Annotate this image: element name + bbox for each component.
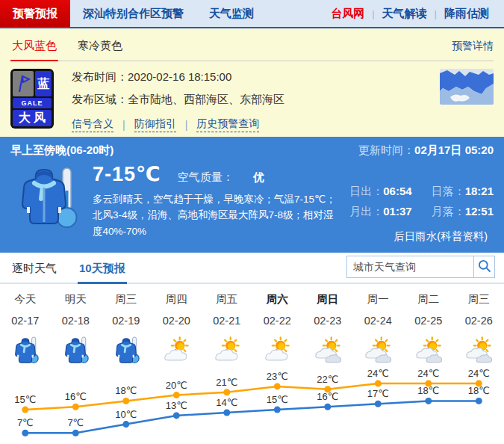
city-weather-search — [346, 256, 495, 278]
search-icon — [477, 259, 492, 276]
gale-blue-signal-icon: 蓝 GALE 大风 — [10, 69, 54, 129]
forecast-day-column[interactable]: 周三02-26 — [454, 292, 504, 366]
cloudy-icon — [353, 333, 404, 366]
svg-text:7℃: 7℃ — [17, 417, 34, 428]
svg-text:18℃: 18℃ — [115, 385, 137, 396]
temperature-trend-chart: 15℃16℃18℃20℃21℃23℃22℃24℃24℃24℃7℃7℃10℃13℃… — [0, 366, 504, 444]
forecast-day-label: 周三 — [454, 292, 504, 310]
forecast-day-column[interactable]: 周二02-25 — [403, 292, 454, 366]
forecast-day-label: 周日 — [302, 292, 353, 310]
forecast-day-column[interactable]: 周三02-19 — [101, 292, 152, 366]
svg-text:17℃: 17℃ — [367, 388, 389, 399]
nav-tab-warning-forecast[interactable]: 预警预报 — [0, 0, 70, 27]
forecast-day-label: 周五 — [202, 292, 252, 310]
svg-text:15℃: 15℃ — [267, 394, 288, 405]
forecast-day-label: 周一 — [353, 292, 404, 310]
svg-text:18℃: 18℃ — [417, 385, 439, 396]
air-quality-label: 空气质量： — [178, 170, 234, 185]
forecast-day-label: 今天 — [0, 292, 51, 310]
sun-cloud-icon — [202, 333, 252, 366]
warning-tab-gale-blue[interactable]: 大风蓝色 — [10, 39, 58, 61]
svg-text:18℃: 18℃ — [468, 385, 490, 396]
sunset: 日落：18:21 — [432, 185, 494, 199]
nav-link-weather-explain[interactable]: 天气解读 — [375, 7, 435, 21]
warning-area-map-thumbnail[interactable] — [440, 69, 494, 105]
forecast-date: 02-22 — [252, 310, 303, 333]
flag-icon — [13, 71, 34, 96]
svg-text:16℃: 16℃ — [65, 391, 87, 402]
signal-code-label: GALE — [13, 98, 52, 108]
current-summary: 7-15℃ 空气质量： 优 多云到晴天，空气趋于干燥，早晚寒冷；气温7-15℃；… — [93, 162, 336, 239]
nav-spacer — [267, 0, 323, 27]
cloudy-icon — [454, 333, 504, 366]
warning-links: 信号含义 | 防御指引 | 历史预警查询 — [72, 117, 284, 132]
svg-text:14℃: 14℃ — [216, 397, 237, 408]
link-separator: | — [122, 119, 125, 131]
forecast-date: 02-19 — [101, 310, 152, 333]
current-header: 早上至傍晚(06-20时) 更新时间：02月17日 05:20 — [10, 144, 494, 158]
forecast-day-column[interactable]: 周五02-21 — [202, 292, 252, 366]
svg-text:21℃: 21℃ — [216, 377, 237, 388]
warning-info: 发布时间：2020-02-16 18:15:00 发布区域：全市陆地、西部海区、… — [72, 69, 284, 132]
moonset: 月落：12:51 — [432, 205, 494, 219]
forecast-date: 02-17 — [0, 310, 51, 333]
forecast-date: 02-18 — [51, 310, 102, 333]
weather-widget: 预警预报 深汕特别合作区预警 天气监测 台风网 | 天气解读 | 降雨估测 大风… — [0, 0, 504, 444]
forecast-day-column[interactable]: 今天02-17 — [0, 292, 51, 366]
signal-meaning-link[interactable]: 信号含义 — [72, 117, 113, 132]
cold-icon — [101, 333, 152, 366]
warning-body: 蓝 GALE 大风 发布时间：2020-02-16 18:15:00 发布区域：… — [10, 61, 494, 132]
forecast-tabs-bar: 逐时天气 10天预报 — [0, 253, 504, 284]
forecast-day-label: 周二 — [403, 292, 454, 310]
forecast-day-column[interactable]: 周日02-23 — [302, 292, 353, 366]
forecast-day-column[interactable]: 周六02-22 — [252, 292, 303, 366]
warning-panel: 大风蓝色 寒冷黄色 预警详情 蓝 GALE 大风 发布时间：2020-02-16… — [0, 28, 504, 137]
forecast-period-label: 早上至傍晚(06-20时) — [10, 144, 113, 158]
science-article-link[interactable]: 后日雨水(科普资料) — [393, 229, 488, 244]
svg-text:7℃: 7℃ — [67, 417, 84, 428]
warning-detail-link[interactable]: 预警详情 — [452, 40, 494, 53]
moonrise: 月出：01:37 — [349, 205, 411, 219]
cold-icon — [51, 333, 102, 366]
cloudy-icon — [302, 333, 353, 366]
publish-area-line: 发布区域：全市陆地、西部海区、东部海区 — [72, 93, 284, 107]
tab-ten-day-forecast[interactable]: 10天预报 — [78, 262, 127, 284]
sun-cloud-icon — [252, 333, 303, 366]
update-time: 更新时间：02月17日 05:20 — [358, 144, 494, 158]
warning-tabs: 大风蓝色 寒冷黄色 预警详情 — [10, 28, 494, 61]
sun-moon-times: 日出：06:54 日落：18:21 月出：01:37 月落：12:51 — [349, 162, 494, 239]
current-body: 7-15℃ 空气质量： 优 多云到晴天，空气趋于干燥，早晚寒冷；气温7-15℃；… — [10, 162, 494, 239]
defense-guide-link[interactable]: 防御指引 — [134, 117, 176, 132]
nav-tab-weather-monitor[interactable]: 天气监测 — [196, 0, 267, 27]
nav-tab-shenshan-warning[interactable]: 深汕特别合作区预警 — [70, 0, 196, 27]
svg-text:20℃: 20℃ — [166, 380, 187, 391]
svg-text:24℃: 24℃ — [417, 368, 439, 379]
nav-link-typhoon-net[interactable]: 台风网 — [323, 7, 372, 21]
history-warning-link[interactable]: 历史预警查询 — [196, 117, 259, 132]
forecast-day-label: 周三 — [101, 292, 152, 310]
forecast-day-column[interactable]: 明天02-18 — [51, 292, 102, 366]
forecast-date: 02-21 — [202, 310, 252, 333]
search-button[interactable] — [473, 256, 495, 278]
forecast-date: 02-23 — [302, 310, 353, 333]
svg-text:24℃: 24℃ — [367, 368, 389, 379]
temperature-range: 7-15℃ — [93, 162, 161, 186]
forecast-day-column[interactable]: 周四02-20 — [152, 292, 202, 366]
ten-day-forecast-grid: 今天02-17明天02-18周三02-19周四02-20周五02-21周六02-… — [0, 284, 504, 366]
search-input[interactable] — [346, 256, 473, 278]
warning-tab-cold-yellow[interactable]: 寒冷黄色 — [76, 39, 124, 61]
nav-link-rain-estimate[interactable]: 降雨估测 — [437, 7, 497, 21]
cloudy-icon — [403, 333, 454, 366]
air-quality-value: 优 — [253, 170, 264, 185]
cold-weather-icon — [10, 162, 93, 239]
signal-level-char: 蓝 — [35, 71, 52, 96]
tab-hourly-weather[interactable]: 逐时天气 — [10, 262, 58, 283]
svg-text:13℃: 13℃ — [166, 400, 187, 411]
forecast-date: 02-26 — [454, 310, 504, 333]
publish-time-line: 发布时间：2020-02-16 18:15:00 — [72, 70, 284, 84]
weather-description: 多云到晴天，空气趋于干燥，早晚寒冷；气温7-15℃；北风3-4级，沿海、高地和海… — [93, 191, 336, 239]
forecast-day-column[interactable]: 周一02-24 — [353, 292, 404, 366]
svg-text:15℃: 15℃ — [14, 394, 36, 405]
forecast-day-label: 周四 — [152, 292, 202, 310]
svg-text:24℃: 24℃ — [468, 368, 490, 379]
